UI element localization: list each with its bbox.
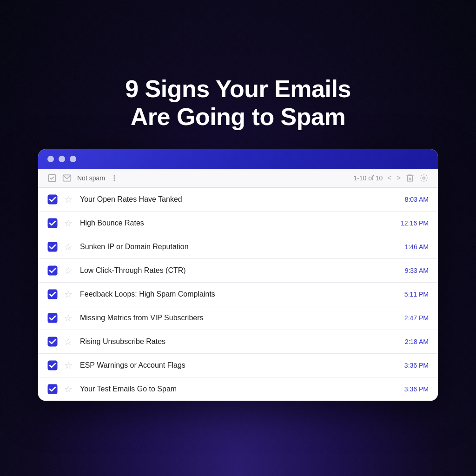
browser-dot-2: [59, 156, 65, 162]
main-container: 9 Signs Your Emails Are Going to Spam: [38, 75, 438, 401]
star-icon[interactable]: ☆: [64, 384, 73, 394]
prev-page-button[interactable]: <: [387, 174, 391, 182]
email-row[interactable]: ☆ Your Test Emails Go to Spam 3:36 PM: [38, 377, 438, 401]
star-icon[interactable]: ☆: [64, 361, 73, 370]
star-icon[interactable]: ☆: [64, 266, 73, 275]
next-page-button[interactable]: >: [397, 174, 401, 182]
checkbox-icon[interactable]: [47, 360, 58, 370]
trash-icon[interactable]: [405, 173, 415, 183]
star-icon[interactable]: ☆: [64, 337, 73, 346]
email-subject: Sunken IP or Domain Reputation: [80, 243, 390, 251]
toolbar-left: Not spam: [47, 173, 348, 183]
browser-dot-3: [70, 156, 76, 162]
svg-point-2: [114, 176, 115, 177]
star-icon[interactable]: ☆: [64, 218, 73, 228]
page-title: 9 Signs Your Emails Are Going to Spam: [125, 75, 351, 131]
svg-point-5: [423, 177, 425, 179]
email-row[interactable]: ☆ Your Open Rates Have Tanked 8:03 AM: [38, 188, 438, 212]
email-subject: Feedback Loops: High Spam Complaints: [80, 290, 390, 298]
browser-window: Not spam 1-10 of 10 < >: [38, 149, 438, 401]
more-options-icon[interactable]: [111, 174, 118, 182]
checkbox-icon[interactable]: [47, 194, 58, 205]
star-icon[interactable]: ☆: [64, 195, 73, 204]
toolbar-right: 1-10 of 10 < >: [353, 173, 429, 183]
email-subject: Rising Unsubscribe Rates: [80, 337, 390, 346]
email-toolbar: Not spam 1-10 of 10 < >: [38, 169, 438, 188]
email-row[interactable]: ☆ Rising Unsubscribe Rates 2:18 AM: [38, 330, 438, 354]
star-icon[interactable]: ☆: [64, 290, 73, 299]
star-icon[interactable]: ☆: [64, 313, 73, 323]
email-subject: Your Test Emails Go to Spam: [80, 385, 390, 393]
svg-point-3: [114, 178, 115, 178]
browser-titlebar: [38, 149, 438, 169]
email-row[interactable]: ☆ Feedback Loops: High Spam Complaints 5…: [38, 283, 438, 306]
svg-point-4: [114, 180, 115, 181]
select-all-checkbox-icon[interactable]: [47, 173, 57, 183]
checkbox-icon[interactable]: [47, 242, 58, 252]
email-subject: Low Click-Through Rates (CTR): [80, 266, 390, 275]
checkbox-icon[interactable]: [47, 218, 58, 228]
email-subject: ESP Warnings or Account Flags: [80, 361, 390, 370]
not-spam-button[interactable]: Not spam: [77, 174, 105, 182]
email-row[interactable]: ☆ Low Click-Through Rates (CTR) 9:33 AM: [38, 259, 438, 283]
email-time: 2:18 AM: [396, 338, 429, 345]
pagination-text: 1-10 of 10: [353, 174, 383, 182]
email-subject: Missing Metrics from VIP Subscribers: [80, 314, 390, 322]
email-time: 12:16 PM: [396, 219, 429, 227]
checkbox-icon[interactable]: [47, 313, 58, 323]
email-time: 3:36 PM: [396, 362, 429, 369]
checkbox-icon[interactable]: [47, 289, 58, 299]
settings-icon[interactable]: [419, 173, 429, 183]
email-subject: Your Open Rates Have Tanked: [80, 195, 390, 204]
email-time: 2:47 PM: [396, 314, 429, 322]
email-time: 9:33 AM: [396, 267, 429, 274]
email-time: 1:46 AM: [396, 243, 429, 251]
checkbox-icon[interactable]: [47, 265, 58, 276]
email-row[interactable]: ☆ ESP Warnings or Account Flags 3:36 PM: [38, 354, 438, 377]
email-time: 8:03 AM: [396, 196, 429, 203]
checkbox-icon[interactable]: [47, 384, 58, 394]
browser-dot-1: [47, 156, 54, 162]
envelope-icon: [62, 173, 72, 183]
email-row[interactable]: ☆ High Bounce Rates 12:16 PM: [38, 212, 438, 235]
email-time: 5:11 PM: [396, 291, 429, 298]
email-subject: High Bounce Rates: [80, 219, 390, 227]
email-time: 3:36 PM: [396, 385, 429, 393]
star-icon[interactable]: ☆: [64, 242, 73, 251]
email-row[interactable]: ☆ Sunken IP or Domain Reputation 1:46 AM: [38, 235, 438, 259]
checkbox-icon[interactable]: [47, 337, 58, 347]
email-row[interactable]: ☆ Missing Metrics from VIP Subscribers 2…: [38, 306, 438, 330]
email-list: ☆ Your Open Rates Have Tanked 8:03 AM ☆ …: [38, 188, 438, 401]
